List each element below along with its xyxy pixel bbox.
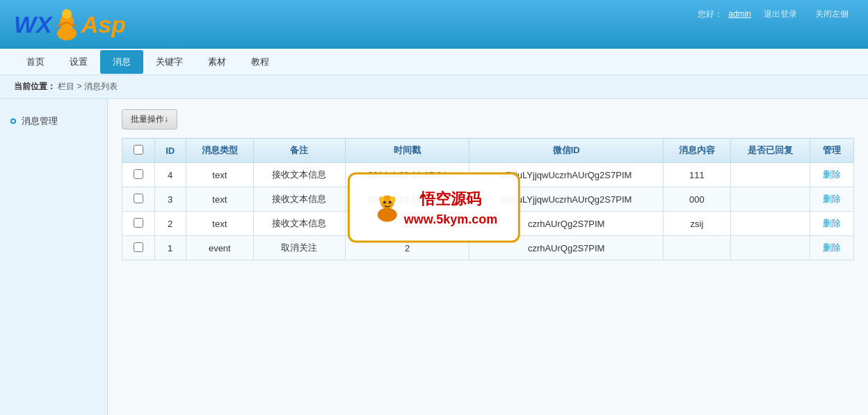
logo-figure-icon [54, 7, 80, 42]
nav-item-tutorials[interactable]: 教程 [239, 50, 282, 74]
select-all-checkbox[interactable] [134, 145, 143, 155]
row-content [663, 236, 730, 260]
row-id: 4 [154, 163, 186, 187]
nav-item-materials[interactable]: 素材 [195, 50, 239, 74]
row-wechat-id: czrhAUrQg2S7PIM [469, 212, 663, 236]
main-content: 批量操作↓ ID 消息类型 备注 时间戳 微信ID 消息内容 是否已回复 管理 [108, 99, 868, 415]
row-checkbox-cell [122, 163, 155, 187]
row-id: 3 [154, 187, 186, 212]
row-content: 000 [663, 187, 730, 212]
col-timestamp: 时间戳 [345, 139, 469, 163]
table-row: 3 text 接收文本信息 2014-4-23 11:14:12 o5iIjuL… [122, 187, 854, 212]
row-action-cell: 删除 [810, 163, 854, 187]
breadcrumb-label: 当前位置： [14, 81, 56, 91]
batch-action-button[interactable]: 批量操作↓ [122, 109, 177, 130]
row-checkbox-3[interactable] [134, 194, 143, 203]
logo-asp: Asp [81, 11, 126, 38]
row-remark: 接收文本信息 [253, 212, 345, 236]
table-row: 4 text 接收文本信息 2014-4-23 11:15:24 o5iIjuL… [122, 163, 854, 187]
row-timestamp: 2014-4-23 11:14:12 [345, 187, 469, 212]
svg-point-1 [57, 26, 77, 40]
logo-wx: WX [14, 11, 52, 38]
delete-button-1[interactable]: 删除 [823, 242, 841, 253]
header: WX Asp 您好：admin 退出登录 关闭左侧 [0, 0, 868, 49]
breadcrumb-path: 栏目 > 消息列表 [58, 81, 118, 91]
row-checkbox-4[interactable] [134, 169, 143, 179]
row-replied [731, 163, 810, 187]
row-timestamp: 2014-4-23 11:15:24 [345, 163, 469, 187]
row-checkbox-cell [122, 187, 155, 212]
row-timestamp: 2 [345, 212, 469, 236]
row-checkbox-cell [122, 212, 155, 236]
nav-item-messages[interactable]: 消息 [100, 50, 143, 74]
logout-button[interactable]: 退出登录 [764, 9, 797, 19]
row-remark: 接收文本信息 [253, 163, 345, 187]
row-timestamp: 2 [345, 236, 469, 260]
row-replied [731, 187, 810, 212]
row-action-cell: 删除 [810, 187, 854, 212]
messages-table: ID 消息类型 备注 时间戳 微信ID 消息内容 是否已回复 管理 4 text… [122, 138, 854, 260]
row-wechat-id: o5iIjuLYjjqwUczrhAUrQg2S7PIM [469, 163, 663, 187]
row-remark: 取消关注 [253, 236, 345, 260]
row-action-cell: 删除 [810, 212, 854, 236]
row-type: text [186, 163, 253, 187]
sidebar-dot-icon [10, 118, 16, 124]
row-replied [731, 212, 810, 236]
row-wechat-id: o5iIjuLYjjqwUczrhAUrQg2S7PIM [469, 187, 663, 212]
greeting-label: 您好： [698, 9, 723, 19]
row-content: zsij [663, 212, 730, 236]
sidebar: 消息管理 [0, 99, 108, 415]
close-sidebar-button[interactable]: 关闭左侧 [815, 9, 849, 19]
nav-item-home[interactable]: 首页 [14, 50, 57, 74]
row-type: text [186, 212, 253, 236]
delete-button-4[interactable]: 删除 [823, 169, 841, 180]
table-header-row: ID 消息类型 备注 时间戳 微信ID 消息内容 是否已回复 管理 [122, 139, 854, 163]
delete-button-3[interactable]: 删除 [823, 194, 841, 204]
sidebar-item-label: 消息管理 [22, 115, 58, 127]
table-row: 2 text 接收文本信息 2 czrhAUrQg2S7PIM zsij 删除 [122, 212, 854, 236]
breadcrumb: 当前位置： 栏目 > 消息列表 [0, 75, 868, 99]
nav-item-keywords[interactable]: 关键字 [143, 50, 195, 74]
col-type: 消息类型 [186, 139, 253, 163]
logo: WX Asp [14, 7, 126, 42]
row-checkbox-2[interactable] [134, 218, 143, 228]
main-layout: 消息管理 批量操作↓ ID 消息类型 备注 时间戳 微信ID 消息内容 是否已回… [0, 99, 868, 415]
row-replied [731, 236, 810, 260]
col-content: 消息内容 [663, 139, 730, 163]
row-checkbox-1[interactable] [134, 242, 143, 252]
row-remark: 接收文本信息 [253, 187, 345, 212]
table-row: 1 event 取消关注 2 czrhAUrQg2S7PIM 删除 [122, 236, 854, 260]
row-content: 111 [663, 163, 730, 187]
col-id: ID [154, 139, 186, 163]
col-replied: 是否已回复 [731, 139, 810, 163]
row-type: event [186, 236, 253, 260]
col-action: 管理 [810, 139, 854, 163]
row-checkbox-cell [122, 236, 155, 260]
row-id: 2 [154, 212, 186, 236]
nav-item-settings[interactable]: 设置 [57, 50, 100, 74]
row-type: text [186, 187, 253, 212]
nav-bar: 首页 设置 消息 关键字 素材 教程 [0, 49, 868, 75]
col-wechat-id: 微信ID [469, 139, 663, 163]
sidebar-item-msg-mgmt[interactable]: 消息管理 [0, 109, 107, 133]
admin-link[interactable]: admin [728, 9, 751, 19]
delete-button-2[interactable]: 删除 [823, 218, 841, 228]
row-wechat-id: czrhAUrQg2S7PIM [469, 236, 663, 260]
user-info: 您好：admin 退出登录 关闭左侧 [692, 8, 854, 20]
col-checkbox [122, 139, 155, 163]
col-remark: 备注 [253, 139, 345, 163]
svg-point-2 [62, 9, 72, 19]
row-action-cell: 删除 [810, 236, 854, 260]
row-id: 1 [154, 236, 186, 260]
